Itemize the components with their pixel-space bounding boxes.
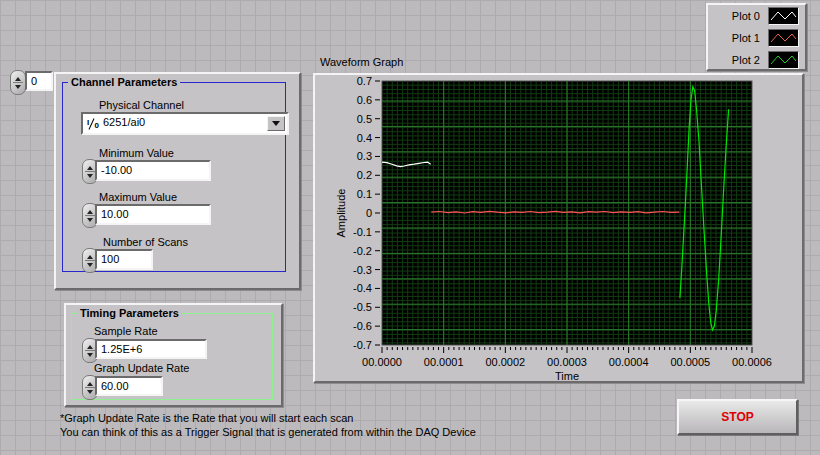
svg-text:Amplitude: Amplitude [335,189,347,238]
svg-text:0: 0 [366,207,372,219]
svg-text:0.4: 0.4 [357,132,372,144]
legend-item-label: Plot 2 [732,54,760,66]
physical-channel-dropdown[interactable]: I 0 6251/ai0 [81,112,289,135]
timing-parameters-groupbox: Timing Parameters Sample Rate 1.25E+6 Gr… [71,313,273,400]
channel-parameters-groupbox: Channel Parameters Physical Channel I 0 … [62,82,286,272]
legend-item[interactable]: Plot 1 [708,27,805,49]
sample-rate-label: Sample Rate [94,325,158,337]
svg-text:-0.7: -0.7 [353,339,372,351]
spinner-up-icon[interactable] [15,77,21,81]
svg-text:-0.3: -0.3 [353,264,372,276]
physical-channel-label: Physical Channel [99,99,184,111]
svg-text:00.0000: 00.0000 [362,356,402,368]
svg-text:00.0005: 00.0005 [670,356,710,368]
waveform-graph-panel: 0.70.60.50.40.30.20.10-0.1-0.2-0.3-0.4-0… [313,73,804,383]
plot-sample-icon[interactable] [768,7,799,25]
svg-text:-0.4: -0.4 [353,282,372,294]
svg-text:00.0001: 00.0001 [424,356,464,368]
svg-text:00.0002: 00.0002 [485,356,525,368]
number-of-scans-field[interactable]: 100 [95,249,153,270]
graph-update-rate-label: Graph Update Rate [94,362,189,374]
maximum-value-label: Maximum Value [99,191,177,203]
svg-text:-0.1: -0.1 [353,226,372,238]
maximum-value-field[interactable]: 10.00 [95,204,211,225]
waveform-graph-label: Waveform Graph [320,56,403,68]
channel-parameters-title: Channel Parameters [68,76,180,88]
timing-parameters-panel: Timing Parameters Sample Rate 1.25E+6 Gr… [64,303,283,407]
svg-text:0.7: 0.7 [357,75,372,87]
spinner-down-icon[interactable] [15,85,21,89]
scan-counter-spinner[interactable] [10,70,26,95]
svg-text:0.3: 0.3 [357,150,372,162]
physical-channel-value: 6251/ai0 [103,116,145,128]
svg-text:00.0006: 00.0006 [732,356,772,368]
graph-update-rate-field[interactable]: 60.00 [95,376,163,396]
note-line-2: You can think of this as a Trigger Signa… [60,425,476,439]
svg-text:-0.2: -0.2 [353,245,372,257]
waveform-graph-plot[interactable]: 0.70.60.50.40.30.20.10-0.1-0.2-0.3-0.4-0… [315,75,802,381]
svg-text:-0.5: -0.5 [353,301,372,313]
svg-text:-0.6: -0.6 [353,320,372,332]
svg-text:Time: Time [555,370,579,381]
number-of-scans-label: Number of Scans [103,236,188,248]
scan-counter-field[interactable]: 0 [25,71,53,91]
minimum-value-label: Minimum Value [99,147,174,159]
legend-item[interactable]: Plot 2 [708,49,805,71]
minimum-value-field[interactable]: -10.00 [95,160,211,181]
timing-parameters-title: Timing Parameters [77,307,182,319]
chevron-down-icon [272,121,280,126]
plot-legend: Plot 0Plot 1Plot 2 [706,3,807,71]
svg-text:00.0003: 00.0003 [547,356,587,368]
notes: *Graph Update Rate is the Rate that you … [60,411,476,439]
sample-rate-field[interactable]: 1.25E+6 [95,339,207,359]
svg-text:0.6: 0.6 [357,94,372,106]
io-icon: I 0 [86,116,99,132]
note-line-1: *Graph Update Rate is the Rate that you … [60,411,476,425]
channel-parameters-panel: Channel Parameters Physical Channel I 0 … [54,72,301,290]
svg-text:00.0004: 00.0004 [609,356,649,368]
svg-text:0.1: 0.1 [357,188,372,200]
legend-item[interactable]: Plot 0 [708,5,805,27]
dropdown-button[interactable] [267,116,285,131]
plot-sample-icon[interactable] [768,29,799,47]
legend-item-label: Plot 0 [732,10,760,22]
plot-sample-icon[interactable] [768,51,799,69]
svg-text:0.5: 0.5 [357,113,372,125]
legend-item-label: Plot 1 [732,32,760,44]
svg-text:0.2: 0.2 [357,169,372,181]
stop-button[interactable]: STOP [677,399,798,435]
